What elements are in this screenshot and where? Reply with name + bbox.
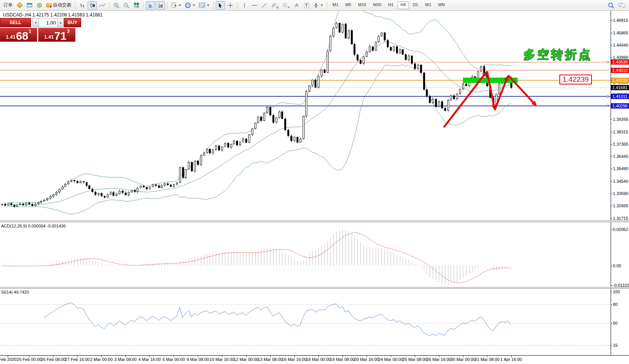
zoom-in-icon [113, 2, 119, 8]
vertical-line-icon [243, 3, 246, 8]
data-window-button[interactable] [25, 1, 34, 10]
price-badge-1.43010: 1.43010 [611, 68, 629, 73]
window-icon [27, 3, 32, 7]
timeframe-m15[interactable]: M15 [355, 2, 369, 9]
chevron-down-icon [207, 5, 209, 6]
volume-down-button[interactable]: ▼ [33, 18, 39, 27]
sell-button[interactable]: SELL [0, 18, 31, 27]
buy-button[interactable]: BUY [64, 18, 81, 27]
new-chart-button[interactable] [170, 1, 183, 10]
new-order-button[interactable]: 订单 [2, 1, 14, 10]
line-chart-icon [99, 3, 105, 8]
toolbar-separator [109, 2, 109, 9]
toolbar: 订单 自动交易 [0, 0, 629, 11]
gold-diamond-icon [16, 2, 23, 8]
toolbar-separator [167, 2, 168, 9]
clock-icon [185, 2, 191, 8]
bar-chart-icon [80, 3, 85, 8]
search-icon [608, 2, 614, 8]
triangle-down-icon: ▼ [34, 21, 37, 24]
horizontal-line-icon [251, 3, 257, 8]
pane-separator-rsi[interactable] [0, 287, 629, 289]
triangle-up-icon: ▲ [59, 21, 62, 24]
timeframe-mn[interactable]: MN [435, 2, 448, 9]
signal-icon [37, 3, 42, 8]
line-handle[interactable] [607, 61, 609, 63]
zoom-out-icon [123, 2, 129, 8]
search-button[interactable] [606, 1, 616, 10]
zoom-out-button[interactable] [122, 1, 131, 10]
auto-scroll-button[interactable] [146, 1, 155, 10]
turning-point-annotation[interactable]: 多空转折点 [523, 47, 592, 63]
timeframe-h4[interactable]: H4 [398, 2, 409, 9]
buy-price-big: 71 [54, 31, 67, 41]
line-handle[interactable] [607, 105, 609, 107]
line-chart-button[interactable] [98, 1, 107, 10]
cursor-button[interactable] [216, 1, 225, 10]
auto-scroll-icon [148, 3, 153, 8]
toolbar-separator [213, 2, 213, 9]
symbol-ohlc-info: USDCAD-,H4 1.42175 1.42208 1.41563 1.416… [3, 12, 103, 18]
arrows-tool-button[interactable] [312, 1, 324, 10]
navigator-button[interactable] [35, 1, 44, 10]
chevron-down-icon [193, 5, 195, 6]
sell-price-sup: 1 [29, 29, 31, 34]
vertical-line-button[interactable] [240, 1, 249, 10]
periods-button[interactable] [183, 1, 197, 10]
price-callout-label[interactable]: 1.42239 [559, 75, 592, 84]
chat-button[interactable] [616, 1, 627, 10]
timeframe-m5[interactable]: M5 [342, 2, 354, 9]
volume-input[interactable] [39, 18, 57, 27]
channel-letter: E [277, 6, 279, 9]
toolbar-separator [327, 2, 327, 9]
trendline-icon [262, 3, 267, 8]
autotrading-button[interactable]: 自动交易 [45, 1, 73, 10]
channel-icon [271, 3, 276, 8]
crosshair-icon [228, 3, 233, 8]
candlestick-chart-button[interactable] [88, 1, 97, 10]
trendline-button[interactable] [260, 1, 269, 10]
buy-price-button[interactable]: 1.41 71 3 [38, 28, 75, 42]
crosshair-button[interactable] [226, 1, 235, 10]
line-handle[interactable] [607, 96, 609, 98]
tile-windows-button[interactable] [132, 1, 141, 10]
text-label-button[interactable]: T [302, 1, 311, 10]
price-badge-1.41681: 1.41681 [611, 85, 629, 90]
text-tool-button[interactable]: A [292, 1, 301, 10]
timeframe-w1[interactable]: W1 [422, 2, 435, 9]
price-badge-1.40296: 1.40296 [611, 103, 629, 109]
rsi-label: SI(14) 49.7420 [1, 290, 29, 294]
templates-button[interactable] [197, 1, 211, 10]
chart-shift-button[interactable] [156, 1, 165, 10]
text-tool-icon: A [295, 2, 298, 8]
fibonacci-button[interactable]: F [281, 1, 291, 10]
timeframe-m30[interactable]: M30 [370, 2, 384, 9]
bar-chart-button[interactable] [78, 1, 87, 10]
candlestick-icon [90, 3, 95, 8]
toolbar-separator [75, 2, 75, 9]
line-handle[interactable] [607, 80, 609, 81]
timeframe-h1[interactable]: H1 [385, 2, 397, 9]
buy-price-prefix: 1.41 [44, 34, 54, 40]
chevron-down-icon [321, 5, 323, 6]
template-icon [199, 3, 205, 8]
timeframe-m1[interactable]: M1 [329, 2, 341, 9]
macd-label: ACD(12,26,9) 0.000064 -0.001436 [1, 224, 66, 228]
chart-shift-icon [158, 3, 163, 8]
fibonacci-letter: F [288, 6, 290, 9]
channel-button[interactable]: E [270, 1, 280, 10]
price-badge-1.43639: 1.43639 [611, 59, 629, 65]
toolbar-separator [237, 2, 238, 9]
sell-price-big: 68 [16, 31, 28, 41]
cursor-icon [218, 3, 223, 8]
toolbar-separator [143, 2, 143, 9]
fibonacci-icon [282, 3, 287, 8]
horizontal-line-button[interactable] [250, 1, 259, 10]
timeframe-d1[interactable]: D1 [410, 2, 421, 9]
zoom-in-button[interactable] [112, 1, 121, 10]
volume-up-button[interactable]: ▲ [57, 18, 64, 27]
pane-separator-macd[interactable] [0, 221, 629, 222]
sell-price-button[interactable]: 1.41 68 1 [0, 28, 37, 42]
market-watch-button[interactable] [15, 1, 24, 10]
new-chart-icon [171, 2, 177, 8]
